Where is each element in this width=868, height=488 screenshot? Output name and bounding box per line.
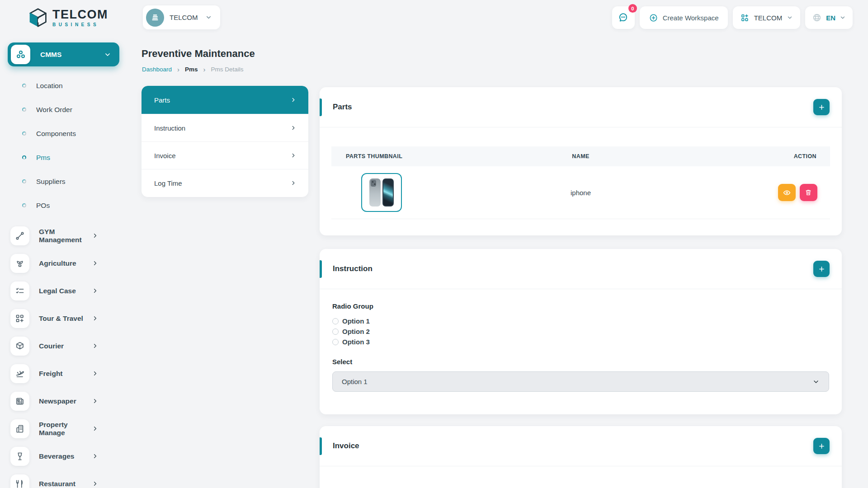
logo-cube-icon [28, 7, 48, 28]
workspace-grid-icon [740, 13, 750, 23]
chevron-right-icon [92, 425, 99, 432]
radio-icon[interactable] [332, 318, 339, 324]
workspace-selector[interactable]: TELCOM [143, 5, 220, 29]
building-icon [10, 419, 29, 438]
sidebar-item-location[interactable]: Location [0, 74, 134, 98]
breadcrumb-separator: › [203, 66, 206, 73]
breadcrumb-pms[interactable]: Pms [185, 66, 198, 73]
part-name: iphone [498, 189, 664, 197]
sidebar-item-newspaper[interactable]: Newspaper [0, 387, 134, 415]
accent-bar [320, 99, 322, 116]
plus-icon [818, 442, 826, 450]
tab-invoice[interactable]: Invoice [142, 141, 308, 169]
sidebar-item-suppliers[interactable]: Suppliers [0, 169, 134, 193]
chevron-right-icon [290, 97, 297, 103]
gym-icon [10, 226, 29, 245]
add-invoice-button[interactable] [813, 438, 830, 454]
detail-tabs-card: Parts Instruction Invoice Log Time [142, 86, 308, 197]
tab-log-time[interactable]: Log Time [142, 169, 308, 197]
sidebar-item-freight[interactable]: Freight [0, 360, 134, 387]
sidebar-item-work-order[interactable]: Work Order [0, 98, 134, 122]
iphone-back-image [369, 178, 381, 206]
instruction-card: Instruction Radio Group Option 1 Option … [320, 249, 842, 414]
chevron-down-icon [104, 51, 111, 58]
tab-parts[interactable]: Parts [142, 86, 308, 114]
create-workspace-label: Create Workspace [663, 14, 719, 22]
sidebar-item-courier[interactable]: Courier [0, 332, 134, 360]
sidebar-item-cmms[interactable]: CMMS [8, 42, 119, 66]
sidebar-item-gym-management[interactable]: GYM Management [0, 222, 134, 249]
radio-icon[interactable] [332, 328, 339, 335]
sidebar-item-components[interactable]: Components [0, 122, 134, 145]
select-label: Select [332, 358, 829, 366]
radio-option-1[interactable]: Option 1 [332, 316, 829, 326]
part-thumbnail[interactable] [361, 173, 402, 212]
workspace-avatar [146, 9, 164, 27]
col-parts-thumbnail: PARTS THUMBNAIL [331, 153, 498, 160]
sidebar-item-pos[interactable]: POs [0, 193, 134, 217]
newspaper-icon [10, 392, 29, 411]
select-value: Option 1 [342, 378, 368, 385]
parts-card: Parts PARTS THUMBNAIL NAME ACTION iphone [320, 87, 842, 235]
table-row: iphone [331, 166, 830, 219]
sidebar-item-tour-travel[interactable]: Tour & Travel [0, 305, 134, 332]
sidebar-item-property-manage[interactable]: Property Manage [0, 415, 134, 442]
sidebar-item-pms[interactable]: Pms [0, 145, 134, 169]
breadcrumb-pms-details: Pms Details [211, 66, 244, 73]
sidebar: CMMS Location Work Order Components Pms … [0, 35, 134, 488]
checklist-icon [10, 282, 29, 300]
grid-plus-icon [10, 309, 29, 328]
chat-button[interactable]: 0 [612, 6, 635, 29]
brand-tagline: BUSINESS [52, 23, 108, 27]
app-logo: TELCOM BUSINESS [28, 7, 108, 28]
cmms-submenu: Location Work Order Components Pms Suppl… [0, 74, 134, 217]
chevron-right-icon [92, 315, 99, 322]
language-selector[interactable]: EN [805, 6, 853, 29]
package-icon [10, 337, 29, 356]
chevron-right-icon [92, 398, 99, 404]
radio-option-2[interactable]: Option 2 [332, 326, 829, 337]
plus-icon [818, 103, 826, 111]
module-menu: GYM Management Agriculture Legal Case To… [0, 222, 134, 488]
workspace-name: TELCOM [170, 14, 198, 21]
bullet-icon [22, 179, 26, 183]
chevron-right-icon [290, 180, 297, 186]
breadcrumb-separator: › [177, 66, 179, 73]
parts-card-header: Parts [320, 87, 842, 127]
radio-icon[interactable] [332, 339, 339, 345]
org-selector[interactable]: TELCOM [733, 6, 801, 29]
invoice-card-title: Invoice [332, 441, 813, 450]
chevron-down-icon [787, 14, 793, 21]
cmms-circles-icon [11, 45, 30, 64]
add-part-button[interactable] [813, 99, 830, 115]
globe-icon [812, 13, 822, 23]
create-workspace-button[interactable]: Create Workspace [640, 6, 728, 29]
chevron-down-icon [812, 378, 820, 385]
bullet-icon [22, 131, 26, 136]
view-part-button[interactable] [778, 184, 796, 201]
sidebar-item-legal-case[interactable]: Legal Case [0, 277, 134, 305]
glass-icon [10, 447, 29, 466]
delete-part-button[interactable] [800, 184, 817, 201]
radio-group-label: Radio Group [332, 302, 829, 310]
topbar: TELCOM BUSINESS TELCOM 0 Create Workspac… [0, 0, 868, 35]
sidebar-item-agriculture[interactable]: Agriculture [0, 249, 134, 277]
invoice-card-header: Invoice [320, 426, 842, 466]
org-name: TELCOM [754, 14, 783, 22]
iphone-front-image [382, 178, 394, 206]
tab-instruction[interactable]: Instruction [142, 114, 308, 141]
instruction-card-header: Instruction [320, 249, 842, 289]
sidebar-item-restaurant[interactable]: Restaurant [0, 470, 134, 488]
accent-bar [320, 437, 322, 455]
chevron-down-icon [840, 14, 846, 21]
radio-option-3[interactable]: Option 3 [332, 337, 829, 347]
chevron-right-icon [92, 480, 99, 487]
parts-card-title: Parts [332, 103, 813, 112]
option-select[interactable]: Option 1 [332, 371, 829, 392]
chevron-down-icon [205, 14, 212, 21]
accent-bar [320, 260, 322, 278]
col-action: ACTION [664, 153, 830, 160]
sidebar-item-beverages[interactable]: Beverages [0, 442, 134, 470]
add-instruction-button[interactable] [813, 261, 830, 277]
breadcrumb-dashboard[interactable]: Dashboard [142, 66, 172, 73]
